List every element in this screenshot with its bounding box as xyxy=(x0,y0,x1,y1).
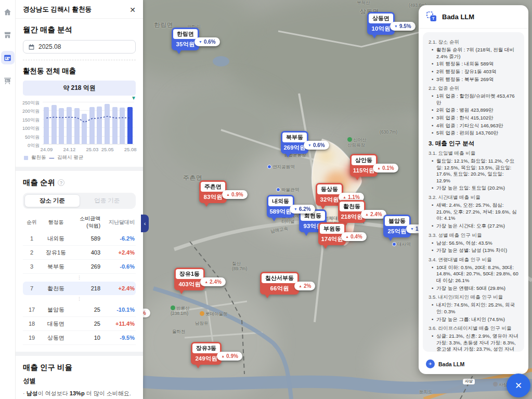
y-tick: 150억원 xyxy=(22,117,40,124)
home-icon[interactable] xyxy=(1,5,15,19)
x-tick: 24.12 xyxy=(60,147,78,152)
bada-llm-logo-icon: T xyxy=(426,11,437,22)
ranking-row[interactable]: 3북부동269-0.6% xyxy=(23,260,136,274)
month-picker-input[interactable]: 2025.08 xyxy=(23,40,136,54)
cell: 대동면 xyxy=(40,320,72,328)
bada-llm-panel: T Bada LLM 2.1. 장소 순위활천동 순위 : 7위 (218억, … xyxy=(419,5,528,374)
district-badge-삼안동[interactable]: 삼안동115억원▲0.1% xyxy=(350,154,378,177)
shop-icon xyxy=(200,311,204,316)
store-icon[interactable] xyxy=(1,28,15,42)
district-badge-장유3동[interactable]: 장유3동249억원▲0.9% xyxy=(191,342,222,365)
llm-report-content[interactable]: 2.1. 장소 순위활천동 순위 : 7위 (218억, 전월 대비 2.4% … xyxy=(423,32,524,352)
cell: 장유1동 xyxy=(40,249,72,257)
svg-text:T: T xyxy=(432,16,435,21)
district-badge-한림면[interactable]: 한림면35억원▼0.6% xyxy=(172,28,199,50)
district-amount: 218억원 xyxy=(340,211,364,223)
map-place-label: 무척산 xyxy=(357,1,370,6)
district-badge-장유1동[interactable]: 장유1동403억원▲2.4% xyxy=(174,268,205,290)
llm-bullet: 싱글: 21.3%, 신혼: 2.9%, 영유아 자녀 가정: 3.3%, 초등… xyxy=(432,333,518,352)
breadcrumb-region-title: 경상남도 김해시 활천동 xyxy=(23,5,92,14)
help-icon[interactable]: ? xyxy=(58,179,64,186)
district-amount: 249억원 xyxy=(192,353,220,365)
cell: -0.6% xyxy=(105,263,135,270)
chat-close-fab[interactable]: ✕ xyxy=(507,374,530,397)
llm-bullet: 가장 높은 요일: 토요일 (20.2%) xyxy=(432,185,518,192)
ranking-row[interactable]: 1내외동589-6.2% xyxy=(23,232,136,246)
district-name: 북부동 xyxy=(282,132,307,142)
llm-bullet: 2위 행정동 : 장유1동 403억 xyxy=(432,69,518,75)
district-badge-내외동[interactable]: 내외동589억원▼6.2% xyxy=(267,195,294,218)
cell: 7 xyxy=(24,285,40,291)
ranking-row[interactable]: 19상동면10-9.5% xyxy=(23,331,136,345)
cell: 상동면 xyxy=(40,334,72,342)
cell: -6.2% xyxy=(105,235,135,242)
district-amount: 10억원 xyxy=(369,23,393,35)
y-tick: 100억원 xyxy=(22,125,40,132)
district-badge-북부동[interactable]: 북부동269억원▼0.6% xyxy=(281,131,308,154)
district-name: 활천동 xyxy=(340,202,364,211)
map-place-label: 남장유 xyxy=(195,321,209,326)
ranking-row[interactable]: 17불암동25-10.1% xyxy=(23,303,136,317)
district-name: 내외동 xyxy=(268,196,293,206)
llm-bullet: 남성: 56.5%, 여성: 43.5% xyxy=(432,240,518,247)
tab-by-category[interactable]: 업종 기준 xyxy=(80,194,135,207)
current-month-marker-icon: ▼ xyxy=(131,95,136,101)
map-place-label: 박물관역 xyxy=(276,188,299,193)
note-text: 이 여성보다 xyxy=(38,390,70,396)
ranking-row[interactable]: 2장유1동403+2.4% xyxy=(23,246,136,260)
chart-plot-area: ▼ xyxy=(43,102,134,144)
up-triangle-icon: ▲ xyxy=(204,280,208,284)
map-place-label: (630.7m) xyxy=(380,130,397,135)
map-place-label: 둔치도 xyxy=(419,390,433,395)
down-triangle-icon: ▼ xyxy=(410,227,414,231)
map-place-label: 칠산 (89.7m) xyxy=(232,261,247,272)
cell: +2.4% xyxy=(105,285,135,291)
analysis-panel: 경상남도 김해시 활천동 ✕ 월간 매출 분석 2025.08 활천동 전체 매… xyxy=(16,0,143,399)
sales-analysis-icon[interactable] xyxy=(1,51,15,64)
llm-subsection-heading: 3.1. 요일별 매출 비율 xyxy=(429,150,518,157)
district-badge-상동면[interactable]: 상동면10억원▼9.5% xyxy=(367,12,395,35)
metro-icon xyxy=(267,165,271,169)
district-amount: 589억원 xyxy=(268,206,293,218)
district-badge-불암동[interactable]: 불암동25억원▼10.1% xyxy=(383,215,411,237)
district-badge-칠산서부동[interactable]: 칠산서부동66억원▲2% xyxy=(260,272,299,295)
cell: 403 xyxy=(72,249,105,256)
down-triangle-icon: ▼ xyxy=(294,207,297,211)
change-pill: ▼0.6% xyxy=(304,141,329,150)
ranking-row[interactable]: 18대동면25+11.4% xyxy=(23,317,136,331)
panel-close-icon[interactable]: ✕ xyxy=(129,6,136,14)
llm-panel-title: Bada LLM xyxy=(442,13,474,21)
population-ratio-title: 매출 인구 비율 xyxy=(23,363,136,373)
down-triangle-icon: ▼ xyxy=(394,24,398,28)
district-badge-주촌면[interactable]: 주촌면83억원▲0.9% xyxy=(199,180,227,203)
district-amount: 269억원 xyxy=(282,142,307,154)
llm-bullet: 가장 높은 연령대: 50대 (29.8%) xyxy=(432,285,518,292)
change-pill: ▲2.4% xyxy=(200,277,226,286)
cell: +11.4% xyxy=(105,321,135,327)
district-amount: 174억원 xyxy=(320,234,344,245)
up-triangle-icon: ▲ xyxy=(221,354,225,358)
metro-icon xyxy=(392,242,396,246)
tab-by-place[interactable]: 장소 기준 xyxy=(24,194,80,207)
cell: 25 xyxy=(72,321,105,327)
cell: 19 xyxy=(24,335,40,341)
district-badge-활천동[interactable]: 활천동218억원▲2.4% xyxy=(338,200,366,223)
tree-icon xyxy=(347,137,352,142)
report-board-icon[interactable] xyxy=(1,74,15,87)
calendar-icon xyxy=(28,44,35,50)
llm-bullet: 2위 업종 : 병원 423,899만 xyxy=(432,107,518,114)
cell: 218 xyxy=(72,285,105,291)
app-sidebar xyxy=(0,0,16,399)
district-badge-부원동[interactable]: 부원동174억원▲0.4% xyxy=(318,222,346,245)
llm-footer-avatar-icon: ✈ xyxy=(426,360,435,368)
table-ellipsis: ⋮ xyxy=(23,295,136,303)
cell: 2 xyxy=(24,249,40,256)
total-amount-badge: 약 218 억원 xyxy=(23,81,136,96)
llm-bullet: 새벽: 2.4%, 오전: 25.7%, 점심: 21.0%, 오후: 27.2… xyxy=(432,202,518,222)
panel-collapse-button[interactable]: ‹ xyxy=(141,215,149,232)
cell: +2.4% xyxy=(105,249,135,256)
llm-bullet: 3위 행정동 : 북부동 269억 xyxy=(432,76,518,83)
llm-bullet: 4위 업종 : 기타요식 146,963만 xyxy=(432,123,518,129)
ranking-row[interactable]: 7활천동218+2.4% xyxy=(23,282,136,295)
llm-bullet: 활천동 순위 : 7위 (218억, 전월 대비 2.4% 증가) xyxy=(432,47,518,60)
